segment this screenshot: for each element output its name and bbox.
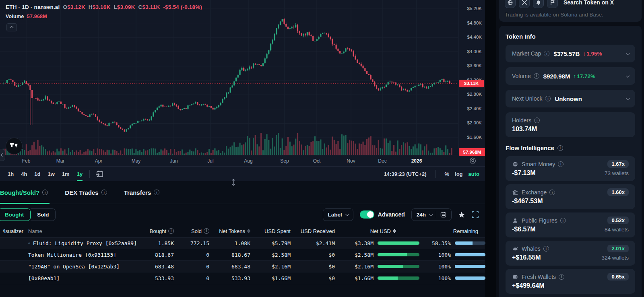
- tradingview-logo[interactable]: [6, 138, 23, 155]
- info-icon[interactable]: [534, 118, 540, 123]
- calendar-icon[interactable]: [440, 212, 446, 218]
- timeframe-1w[interactable]: 1w: [44, 167, 58, 181]
- table-row[interactable]: Token Millionaire [0x931153]818.670818.6…: [0, 249, 485, 261]
- volume-legend: Volume 57.968M: [6, 14, 47, 19]
- header-visualizer[interactable]: Visualizer: [3, 228, 23, 234]
- info-icon[interactable]: [543, 246, 549, 252]
- alerts-button[interactable]: [533, 0, 544, 8]
- fullscreen-button[interactable]: [472, 211, 479, 218]
- header-net-usd[interactable]: Net USD: [370, 228, 391, 234]
- name-cell[interactable]: [0x80eab1]: [28, 275, 137, 281]
- entity-name[interactable]: Token Millionaire [0x931153]: [28, 252, 116, 258]
- candlestick-chart[interactable]: [0, 0, 458, 155]
- timeframe-4h[interactable]: 4h: [17, 167, 31, 181]
- legend-collapse-button[interactable]: [6, 23, 17, 31]
- header-usd-received[interactable]: USD Received: [301, 228, 335, 234]
- pane-resize-handle[interactable]: [231, 179, 236, 188]
- flow-multiplier-badge: 2.01x: [607, 245, 629, 252]
- name-cell[interactable]: "129AB" on OpenSea [0x129ab3]: [28, 264, 137, 270]
- timeframe-1y[interactable]: 1y: [73, 167, 86, 181]
- sold-filter-button[interactable]: Sold: [31, 208, 56, 221]
- percent-scale-button[interactable]: %: [444, 171, 449, 177]
- flow-card-fresh-wallets[interactable]: Fresh Wallets0.65x+$499.64M: [506, 269, 635, 294]
- flag-icon: [550, 0, 555, 5]
- auto-scale-button[interactable]: auto: [469, 171, 479, 177]
- net-usd-bar: [378, 253, 419, 256]
- tab-transfers[interactable]: Transfers: [116, 181, 169, 204]
- header-remaining[interactable]: Remaining: [453, 228, 478, 234]
- x-twitter-button[interactable]: [519, 0, 530, 8]
- info-icon[interactable]: [101, 190, 107, 195]
- timeframe-1m[interactable]: 1m: [58, 167, 73, 181]
- chevron-down-icon[interactable]: [626, 74, 630, 78]
- header-bought[interactable]: Bought: [150, 228, 166, 234]
- flow-card-smart-money[interactable]: Smart Money1.67x-$7.13M73 wallets: [506, 156, 635, 181]
- info-icon[interactable]: [168, 228, 174, 234]
- symbol-title[interactable]: ETH · 1D · nansen.ai: [6, 4, 60, 10]
- toggle-switch-on[interactable]: [360, 210, 374, 219]
- report-button[interactable]: [547, 0, 558, 8]
- table-row[interactable]: Fluid: Liquidity Proxy [0x52aa89]1.85K77…: [0, 237, 485, 249]
- flow-card-whales[interactable]: Whales2.01x+$16.55M324 wallets: [506, 241, 635, 266]
- price-axis[interactable]: $5.20K$4.80K$4.40K$4.00K$3.60K$3.20K$2.8…: [458, 0, 485, 155]
- header-name[interactable]: Name: [28, 228, 42, 234]
- info-icon[interactable]: [154, 190, 159, 195]
- search-token-link[interactable]: Search Token on X: [564, 0, 614, 6]
- chevron-down-icon[interactable]: [626, 96, 630, 100]
- next-unlock-row[interactable]: Next Unlock Unknown: [506, 90, 635, 107]
- open-value: $3.12K: [67, 4, 85, 10]
- tab-bought-sold[interactable]: Bought/Sold?: [0, 181, 57, 204]
- stat-label: Market Cap: [512, 50, 541, 57]
- info-icon[interactable]: [544, 51, 549, 56]
- info-icon[interactable]: [549, 190, 555, 195]
- goto-date-button[interactable]: [95, 170, 104, 178]
- bought-filter-button[interactable]: Bought: [0, 208, 31, 221]
- website-button[interactable]: [505, 0, 516, 8]
- entity-name[interactable]: "129AB" on OpenSea [0x129ab3]: [28, 264, 120, 270]
- name-cell[interactable]: Token Millionaire [0x931153]: [28, 252, 137, 258]
- expand-icon: [472, 211, 479, 218]
- log-scale-button[interactable]: log: [455, 171, 463, 177]
- volume-row[interactable]: Volume $920.98M ↑17.72%: [506, 67, 635, 85]
- name-cell[interactable]: Fluid: Liquidity Proxy [0x52aa89]: [28, 240, 137, 246]
- info-icon[interactable]: [545, 96, 551, 101]
- sort-icon[interactable]: [247, 229, 250, 233]
- holders-row[interactable]: Holders 103.74M: [506, 112, 635, 137]
- net-tokens-cell: 818.67: [209, 252, 250, 258]
- entity-name[interactable]: [0x80eab1]: [28, 275, 60, 281]
- info-icon[interactable]: [557, 145, 563, 151]
- date-axis[interactable]: FebMarAprMayJunJulAugSepOctNovDec2026: [0, 155, 485, 166]
- timeframe-1h[interactable]: 1h: [4, 167, 17, 181]
- flow-card-public-figures[interactable]: Public Figures0.52x-$6.57M84 wallets: [506, 212, 635, 237]
- info-icon[interactable]: [534, 73, 539, 79]
- info-icon[interactable]: [560, 218, 566, 223]
- table-row[interactable]: "129AB" on OpenSea [0x129ab3]683.480683.…: [0, 261, 485, 272]
- header-sold[interactable]: Sold: [191, 228, 202, 234]
- time-range-dropdown[interactable]: 24h: [411, 208, 452, 221]
- label-dropdown[interactable]: Label: [323, 208, 353, 221]
- timeframe-1d[interactable]: 1d: [31, 167, 44, 181]
- sidebar-collapse-handle[interactable]: [0, 149, 5, 161]
- tab-dex-trades[interactable]: DEX Trades: [57, 181, 116, 204]
- x-axis-tick: Feb: [22, 158, 31, 164]
- flow-card-exchange[interactable]: Exchange1.60x-$467.53M: [506, 184, 635, 209]
- info-icon[interactable]: [204, 228, 209, 234]
- info-icon[interactable]: [559, 274, 564, 280]
- header-usd-spent[interactable]: USD Spent: [264, 228, 291, 234]
- robot-icon: [28, 241, 30, 246]
- clock-display[interactable]: 14:39:23 (UTC+2): [384, 171, 427, 177]
- favorite-star-button[interactable]: [458, 211, 465, 218]
- sort-icon-active[interactable]: [393, 229, 396, 233]
- stat-delta: 1.95%: [586, 51, 602, 57]
- market-cap-row[interactable]: Market Cap $375.57B ↓1.95%: [506, 45, 635, 62]
- info-icon[interactable]: [558, 161, 564, 167]
- header-net-tokens[interactable]: Net Tokens: [219, 228, 245, 234]
- advanced-toggle[interactable]: Advanced: [360, 210, 405, 219]
- table-row[interactable]: [0x80eab1]533.930533.93$1.66M$0$1.66M100…: [0, 272, 485, 284]
- info-icon[interactable]: [42, 190, 48, 195]
- axis-settings-icon[interactable]: [469, 157, 476, 166]
- x-axis-tick: May: [132, 158, 141, 164]
- price-chart-pane[interactable]: $5.20K$4.80K$4.40K$4.00K$3.60K$3.20K$2.8…: [0, 0, 485, 166]
- chevron-down-icon[interactable]: [626, 51, 630, 55]
- entity-name[interactable]: Fluid: Liquidity Proxy [0x52aa89]: [33, 240, 137, 246]
